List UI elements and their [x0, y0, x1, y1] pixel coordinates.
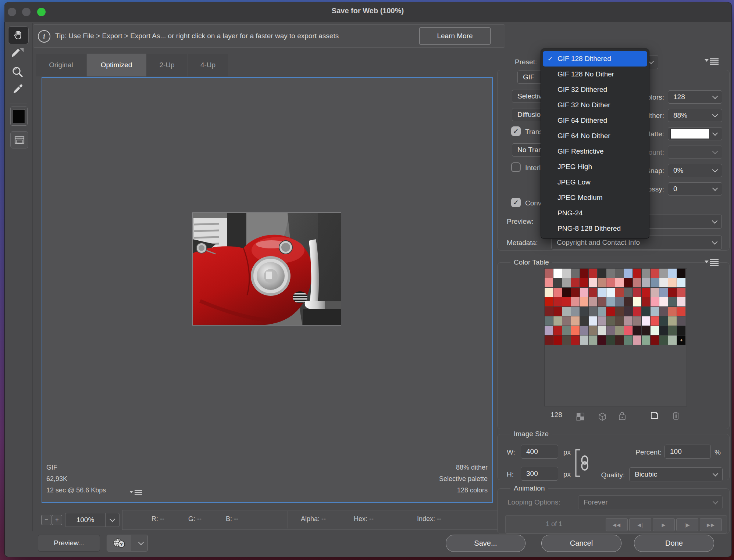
toggle-slices-visibility[interactable]: [10, 131, 28, 148]
preset-menu-item[interactable]: GIF 64 Dithered: [543, 113, 647, 128]
color-swatch[interactable]: [598, 297, 606, 306]
color-swatch[interactable]: [677, 278, 685, 287]
color-swatch[interactable]: [553, 307, 562, 316]
color-swatch[interactable]: [571, 326, 580, 335]
color-swatch[interactable]: [553, 288, 562, 297]
color-swatch[interactable]: [624, 335, 633, 345]
color-swatch[interactable]: [642, 335, 650, 345]
color-swatch[interactable]: [642, 297, 650, 306]
preset-menu-item[interactable]: ✓GIF 128 Dithered: [543, 51, 647, 67]
cancel-button[interactable]: Cancel: [541, 535, 621, 552]
preset-menu-item[interactable]: GIF Restrictive: [543, 144, 647, 159]
web-shift-cube-icon[interactable]: [598, 412, 607, 421]
tab-optimized[interactable]: Optimized: [87, 54, 146, 76]
color-swatch[interactable]: [624, 288, 633, 297]
color-swatch[interactable]: [562, 316, 571, 326]
slice-select-tool[interactable]: [11, 47, 25, 60]
color-swatch[interactable]: [651, 307, 659, 316]
preset-menu-item[interactable]: GIF 32 No Dither: [543, 97, 647, 113]
interlaced-checkbox[interactable]: [511, 162, 521, 172]
color-swatch[interactable]: [624, 269, 633, 278]
web-snap-select[interactable]: 0%: [668, 164, 722, 177]
color-swatch[interactable]: [589, 335, 597, 345]
color-swatch[interactable]: [642, 269, 650, 278]
color-swatch[interactable]: [659, 269, 668, 278]
save-button[interactable]: Save...: [446, 535, 525, 552]
color-swatch[interactable]: [659, 297, 668, 306]
tab-4-up[interactable]: 4-Up: [188, 54, 228, 76]
color-swatch[interactable]: [562, 269, 571, 278]
color-swatch[interactable]: [571, 269, 580, 278]
color-swatch[interactable]: [651, 326, 659, 335]
zoom-out-button[interactable]: −: [41, 515, 51, 525]
color-swatch[interactable]: [606, 326, 615, 335]
color-swatch[interactable]: [668, 307, 677, 316]
color-swatch[interactable]: [562, 297, 571, 306]
color-swatch[interactable]: [642, 288, 650, 297]
color-swatch[interactable]: [677, 326, 685, 335]
color-swatch[interactable]: [580, 278, 588, 287]
color-swatch[interactable]: [633, 278, 641, 287]
color-swatch[interactable]: [668, 269, 677, 278]
color-swatch[interactable]: [615, 278, 624, 287]
color-swatch[interactable]: [606, 269, 615, 278]
color-swatch[interactable]: [615, 307, 624, 316]
color-swatch[interactable]: [677, 288, 685, 297]
color-swatch[interactable]: [589, 269, 597, 278]
preset-menu-item[interactable]: GIF 64 No Dither: [543, 128, 647, 144]
matte-select[interactable]: [668, 127, 722, 140]
color-swatch[interactable]: [668, 326, 677, 335]
color-swatch[interactable]: [651, 297, 659, 306]
color-swatch[interactable]: [571, 316, 580, 326]
color-swatch[interactable]: [571, 288, 580, 297]
preset-menu-item[interactable]: PNG-24: [543, 205, 647, 221]
optimized-image[interactable]: [192, 212, 341, 326]
browser-select-combo[interactable]: ?: [107, 535, 148, 552]
color-swatch[interactable]: [553, 269, 562, 278]
zoom-in-button[interactable]: +: [52, 515, 62, 525]
zoom-level-select[interactable]: 100%: [65, 513, 120, 527]
color-swatch[interactable]: [659, 278, 668, 287]
color-swatch[interactable]: [589, 326, 597, 335]
color-swatch[interactable]: [580, 297, 588, 306]
colors-select[interactable]: 128: [668, 90, 722, 104]
color-swatch[interactable]: [598, 288, 606, 297]
color-swatch[interactable]: [651, 335, 659, 345]
first-frame-button[interactable]: ◀◀: [606, 518, 628, 531]
color-swatch[interactable]: [580, 269, 588, 278]
color-swatch[interactable]: [598, 269, 606, 278]
delete-color-icon[interactable]: [671, 411, 680, 421]
color-swatch[interactable]: [624, 297, 633, 306]
color-swatch[interactable]: [598, 316, 606, 326]
next-frame-button[interactable]: |▶: [676, 518, 698, 531]
color-swatch[interactable]: [668, 316, 677, 326]
lock-color-icon[interactable]: [618, 411, 627, 421]
color-swatch[interactable]: [598, 326, 606, 335]
color-swatch[interactable]: [545, 278, 553, 287]
color-swatch[interactable]: [562, 326, 571, 335]
done-button[interactable]: Done: [634, 535, 714, 552]
preset-menu-item[interactable]: PNG-8 128 Dithered: [543, 221, 647, 236]
color-swatch[interactable]: [633, 269, 641, 278]
zoom-tool[interactable]: [11, 65, 24, 79]
color-swatch[interactable]: [633, 326, 641, 335]
color-swatch[interactable]: [659, 316, 668, 326]
color-swatch[interactable]: [606, 335, 615, 345]
dither-amount-select[interactable]: 88%: [668, 109, 722, 122]
color-swatch[interactable]: [553, 297, 562, 306]
play-button[interactable]: ▶: [653, 518, 675, 531]
color-swatch[interactable]: [545, 326, 553, 335]
color-swatch[interactable]: [580, 307, 588, 316]
color-swatch[interactable]: [615, 269, 624, 278]
transparency-checkbox[interactable]: ✓: [511, 126, 521, 136]
width-field[interactable]: 400: [521, 445, 558, 459]
color-swatch[interactable]: [545, 269, 553, 278]
color-swatch[interactable]: [615, 316, 624, 326]
color-swatch[interactable]: [589, 297, 597, 306]
color-swatch[interactable]: [589, 278, 597, 287]
color-swatch[interactable]: [571, 278, 580, 287]
color-swatch[interactable]: [651, 316, 659, 326]
color-swatch[interactable]: [633, 335, 641, 345]
color-swatch[interactable]: [659, 288, 668, 297]
color-swatch[interactable]: [606, 307, 615, 316]
